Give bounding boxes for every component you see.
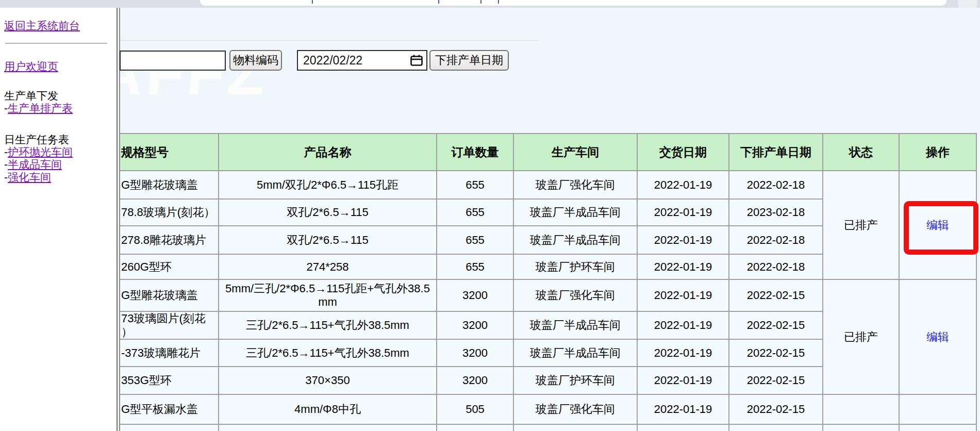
cell-product: 5mm/三孔/2*Φ6.5→115孔距+气孔外38.5mm (219, 279, 437, 311)
strip-tick (480, 0, 481, 4)
cell-spec: 278.8雕花玻璃片 (119, 226, 219, 254)
cell-spec: 353G型环 (119, 367, 219, 394)
cell-action: 编辑 (899, 279, 976, 394)
sidebar-link-back-to-main[interactable]: 返回主系统前台 (4, 20, 80, 31)
cell-status (823, 394, 899, 424)
cell-spec: 73玻璃圆片(刻花 ） (119, 311, 219, 339)
cell-delivery: 2022-01-19 (637, 254, 729, 279)
cell-empty (119, 424, 219, 431)
cell-empty (219, 424, 437, 431)
strip-tick (438, 0, 439, 4)
sidebar-link-guard-ring-polishing-workshop[interactable]: 护环抛光车间 (8, 146, 73, 158)
cell-action (899, 394, 976, 424)
table-row-partial (119, 424, 976, 431)
cell-delivery: 2022-01-19 (637, 311, 729, 339)
cell-workshop: 玻盖厂强化车间 (513, 279, 637, 311)
cell-schedule: 2022-02-18 (729, 226, 823, 254)
cell-product: 双孔/2*6.5→115 (219, 226, 437, 254)
cell-qty: 3200 (437, 339, 513, 367)
cell-qty: 655 (437, 226, 513, 254)
cell-workshop: 玻盖厂强化车间 (513, 394, 637, 424)
column-header: 交货日期 (637, 134, 729, 171)
dash-prefix: - (4, 171, 8, 183)
calendar-icon[interactable] (410, 54, 423, 67)
cell-qty: 655 (437, 199, 513, 226)
cell-empty (513, 424, 637, 431)
date-value: 2022/02/22 (303, 54, 410, 68)
cell-schedule: 2022-02-15 (729, 394, 823, 424)
cell-delivery: 2022-01-19 (637, 394, 729, 424)
table-row: G型雕花玻璃盖5mm/三孔/2*Φ6.5→115孔距+气孔外38.5mm3200… (119, 279, 976, 311)
strip-tick (312, 0, 313, 4)
dash-prefix: - (4, 146, 8, 158)
cell-empty (823, 424, 899, 431)
edit-link[interactable]: 编辑 (926, 219, 949, 231)
cell-schedule: 2022-02-18 (729, 171, 823, 199)
cell-qty: 655 (437, 171, 513, 199)
column-header: 操作 (899, 134, 976, 171)
sidebar-link-tempering-workshop[interactable]: 强化车间 (8, 171, 51, 183)
cell-schedule: 2023-02-18 (729, 199, 823, 226)
cell-product: 三孔/2*6.5→115+气孔外38.5mm (219, 339, 437, 367)
cell-schedule: 2022-02-15 (729, 339, 823, 367)
cell-delivery: 2022-01-19 (637, 339, 729, 367)
cell-delivery: 2022-01-19 (637, 279, 729, 311)
sidebar-link-production-schedule-table[interactable]: 生产单排产表 (8, 102, 73, 114)
cell-schedule: 2022-02-15 (729, 279, 823, 311)
table-row: G型雕花玻璃盖5mm/双孔/2*Φ6.5→115孔距655玻盖厂强化车间2022… (119, 171, 976, 199)
production-schedule-table: 规格型号产品名称订单数量生产车间交货日期下排产单日期状态操作 G型雕花玻璃盖5m… (119, 133, 977, 431)
cell-workshop: 玻盖厂半成品车间 (513, 226, 637, 254)
cell-spec: 260G型环 (119, 254, 219, 279)
cell-workshop: 玻盖厂护环车间 (513, 254, 637, 279)
cell-delivery: 2022-01-19 (637, 199, 729, 226)
cell-qty: 655 (437, 254, 513, 279)
cell-qty: 3200 (437, 367, 513, 394)
horizontal-rule (120, 40, 539, 41)
cell-workshop: 玻盖厂护环车间 (513, 367, 637, 394)
column-header: 生产车间 (513, 134, 637, 171)
table-header-row: 规格型号产品名称订单数量生产车间交货日期下排产单日期状态操作 (119, 134, 976, 171)
cell-product: 双孔/2*6.5→115 (219, 199, 437, 226)
cell-product: 370×350 (219, 367, 437, 394)
cell-status: 已排产 (823, 171, 899, 279)
sidebar-link-user-welcome[interactable]: 用户欢迎页 (4, 60, 58, 72)
cell-spec: 78.8玻璃片(刻花） (119, 199, 219, 226)
cell-spec: G型平板漏水盖 (119, 394, 219, 424)
cell-delivery: 2022-01-19 (637, 226, 729, 254)
cell-empty (729, 424, 823, 431)
cell-empty (899, 424, 976, 431)
cell-spec: G型雕花玻璃盖 (119, 171, 219, 199)
column-header: 下排产单日期 (729, 134, 823, 171)
cell-product: 274*258 (219, 254, 437, 279)
sidebar: 返回主系统前台 用户欢迎页 生产单下发 -生产单排产表 日生产任务表 -护环抛光… (0, 8, 117, 431)
sidebar-link-semi-finished-workshop[interactable]: 半成品车间 (8, 158, 62, 170)
schedule-date-filter-button[interactable]: 下排产单日期 (429, 50, 509, 71)
cell-delivery: 2022-01-19 (637, 171, 729, 199)
cell-workshop: 玻盖厂强化车间 (513, 171, 637, 199)
cell-spec: -373玻璃雕花片 (119, 339, 219, 367)
strip-tick (498, 0, 499, 4)
cell-qty: 505 (437, 394, 513, 424)
schedule-date-input[interactable]: 2022/02/22 (297, 50, 427, 71)
cell-status: 已排产 (823, 279, 899, 394)
cell-product: 4mm/Φ8中孔 (219, 394, 437, 424)
cell-schedule: 2022-02-18 (729, 254, 823, 279)
cell-workshop: 玻盖厂半成品车间 (513, 199, 637, 226)
cell-schedule: 2022-02-15 (729, 367, 823, 394)
cell-spec: G型雕花玻璃盖 (119, 279, 219, 311)
edit-link[interactable]: 编辑 (926, 330, 949, 343)
cell-delivery: 2022-01-19 (637, 367, 729, 394)
column-header: 产品名称 (219, 134, 437, 171)
cell-qty: 3200 (437, 279, 513, 311)
dash-prefix: - (4, 158, 8, 170)
material-code-input[interactable] (120, 51, 226, 71)
cell-schedule: 2022-02-15 (729, 311, 823, 339)
cell-workshop: 玻盖厂半成品车间 (513, 339, 637, 367)
browser-top-strip (0, 0, 980, 8)
cell-empty (437, 424, 513, 431)
material-code-button[interactable]: 物料编码 (229, 50, 282, 71)
frame-divider[interactable] (117, 8, 120, 431)
column-header: 订单数量 (437, 134, 513, 171)
column-header: 状态 (823, 134, 899, 171)
table-row: G型平板漏水盖4mm/Φ8中孔505玻盖厂强化车间2022-01-192022-… (119, 394, 976, 424)
